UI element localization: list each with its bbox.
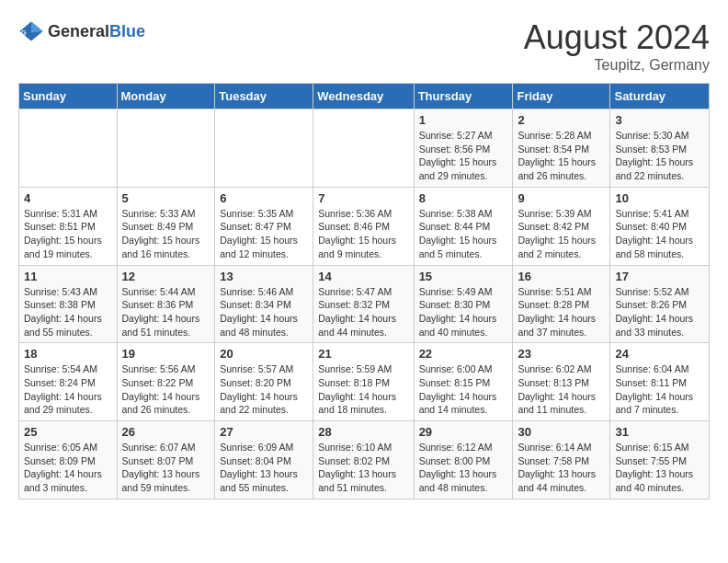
day-number: 19: [122, 347, 210, 361]
day-info: Sunrise: 5:47 AM Sunset: 8:32 PM Dayligh…: [318, 285, 408, 339]
day-number: 7: [318, 191, 408, 205]
day-info: Sunrise: 5:36 AM Sunset: 8:46 PM Dayligh…: [318, 207, 408, 261]
day-info: Sunrise: 5:57 AM Sunset: 8:20 PM Dayligh…: [220, 362, 308, 417]
location-subtitle: Teupitz, Germany: [524, 57, 710, 74]
day-info: Sunrise: 5:31 AM Sunset: 8:51 PM Dayligh…: [24, 207, 112, 261]
day-number: 28: [318, 425, 408, 439]
day-number: 10: [615, 191, 704, 205]
column-header-thursday: Thursday: [414, 84, 513, 109]
day-number: 9: [518, 191, 605, 205]
day-number: 31: [615, 425, 704, 439]
calendar-cell: 22Sunrise: 6:00 AM Sunset: 8:15 PM Dayli…: [414, 343, 513, 421]
svg-text:G: G: [21, 29, 27, 37]
calendar-cell: 13Sunrise: 5:46 AM Sunset: 8:34 PM Dayli…: [215, 265, 313, 343]
day-number: 3: [615, 113, 704, 127]
day-number: 8: [419, 191, 508, 205]
day-number: 18: [24, 347, 112, 361]
column-header-monday: Monday: [117, 84, 215, 109]
calendar-cell: 10Sunrise: 5:41 AM Sunset: 8:40 PM Dayli…: [610, 187, 710, 265]
day-number: 25: [24, 425, 112, 439]
calendar-week-row: 18Sunrise: 5:54 AM Sunset: 8:24 PM Dayli…: [19, 343, 710, 421]
logo-icon: G: [18, 18, 44, 44]
day-number: 11: [24, 270, 112, 283]
calendar-cell: 29Sunrise: 6:12 AM Sunset: 8:00 PM Dayli…: [414, 421, 513, 500]
day-info: Sunrise: 6:10 AM Sunset: 8:02 PM Dayligh…: [318, 441, 408, 495]
day-info: Sunrise: 5:33 AM Sunset: 8:49 PM Dayligh…: [122, 207, 210, 261]
calendar-cell: 8Sunrise: 5:38 AM Sunset: 8:44 PM Daylig…: [414, 187, 513, 265]
day-info: Sunrise: 6:14 AM Sunset: 7:58 PM Dayligh…: [518, 441, 605, 495]
day-number: 22: [419, 347, 508, 361]
column-header-wednesday: Wednesday: [313, 84, 414, 109]
day-info: Sunrise: 5:35 AM Sunset: 8:47 PM Dayligh…: [220, 207, 308, 261]
day-info: Sunrise: 5:44 AM Sunset: 8:36 PM Dayligh…: [122, 285, 210, 339]
calendar-week-row: 25Sunrise: 6:05 AM Sunset: 8:09 PM Dayli…: [19, 421, 710, 500]
calendar-cell: 2Sunrise: 5:28 AM Sunset: 8:54 PM Daylig…: [513, 109, 610, 188]
day-number: 6: [220, 191, 308, 205]
calendar-cell: [19, 109, 118, 188]
day-info: Sunrise: 5:54 AM Sunset: 8:24 PM Dayligh…: [24, 362, 112, 417]
day-number: 23: [518, 347, 605, 361]
title-section: August 2024 Teupitz, Germany: [524, 18, 710, 74]
day-info: Sunrise: 6:02 AM Sunset: 8:13 PM Dayligh…: [518, 362, 605, 417]
day-number: 26: [122, 425, 210, 439]
calendar-cell: 19Sunrise: 5:56 AM Sunset: 8:22 PM Dayli…: [117, 343, 215, 421]
calendar-cell: 20Sunrise: 5:57 AM Sunset: 8:20 PM Dayli…: [215, 343, 313, 421]
day-info: Sunrise: 5:51 AM Sunset: 8:28 PM Dayligh…: [518, 285, 605, 339]
month-year-title: August 2024: [524, 18, 710, 57]
calendar-cell: [215, 109, 313, 188]
calendar-header-row: SundayMondayTuesdayWednesdayThursdayFrid…: [19, 84, 710, 109]
day-number: 4: [24, 191, 112, 205]
calendar-cell: 11Sunrise: 5:43 AM Sunset: 8:38 PM Dayli…: [19, 265, 118, 343]
day-info: Sunrise: 5:30 AM Sunset: 8:53 PM Dayligh…: [615, 129, 704, 183]
day-number: 24: [615, 347, 704, 361]
calendar-cell: 30Sunrise: 6:14 AM Sunset: 7:58 PM Dayli…: [513, 421, 610, 500]
calendar-cell: 25Sunrise: 6:05 AM Sunset: 8:09 PM Dayli…: [19, 421, 118, 500]
day-number: 30: [518, 425, 605, 439]
day-info: Sunrise: 5:49 AM Sunset: 8:30 PM Dayligh…: [419, 285, 508, 339]
day-info: Sunrise: 6:04 AM Sunset: 8:11 PM Dayligh…: [615, 362, 704, 417]
day-info: Sunrise: 6:07 AM Sunset: 8:07 PM Dayligh…: [122, 441, 210, 495]
calendar-cell: 28Sunrise: 6:10 AM Sunset: 8:02 PM Dayli…: [313, 421, 414, 500]
day-info: Sunrise: 5:38 AM Sunset: 8:44 PM Dayligh…: [419, 207, 508, 261]
day-info: Sunrise: 5:39 AM Sunset: 8:42 PM Dayligh…: [518, 207, 605, 261]
calendar-cell: 17Sunrise: 5:52 AM Sunset: 8:26 PM Dayli…: [610, 265, 710, 343]
calendar-table: SundayMondayTuesdayWednesdayThursdayFrid…: [18, 83, 710, 500]
calendar-cell: 9Sunrise: 5:39 AM Sunset: 8:42 PM Daylig…: [513, 187, 610, 265]
day-number: 20: [220, 347, 308, 361]
page-header: G GeneralBlue August 2024 Teupitz, Germa…: [18, 18, 710, 74]
calendar-cell: 6Sunrise: 5:35 AM Sunset: 8:47 PM Daylig…: [215, 187, 313, 265]
calendar-week-row: 1Sunrise: 5:27 AM Sunset: 8:56 PM Daylig…: [19, 109, 710, 188]
calendar-cell: 18Sunrise: 5:54 AM Sunset: 8:24 PM Dayli…: [19, 343, 118, 421]
calendar-cell: 16Sunrise: 5:51 AM Sunset: 8:28 PM Dayli…: [513, 265, 610, 343]
logo-blue-text: Blue: [109, 22, 145, 40]
calendar-cell: 21Sunrise: 5:59 AM Sunset: 8:18 PM Dayli…: [313, 343, 414, 421]
calendar-cell: 4Sunrise: 5:31 AM Sunset: 8:51 PM Daylig…: [19, 187, 118, 265]
calendar-cell: 26Sunrise: 6:07 AM Sunset: 8:07 PM Dayli…: [117, 421, 215, 500]
logo: G GeneralBlue: [18, 18, 145, 44]
calendar-cell: 24Sunrise: 6:04 AM Sunset: 8:11 PM Dayli…: [610, 343, 710, 421]
calendar-cell: [313, 109, 414, 188]
day-info: Sunrise: 5:43 AM Sunset: 8:38 PM Dayligh…: [24, 285, 112, 339]
column-header-friday: Friday: [513, 84, 610, 109]
calendar-week-row: 11Sunrise: 5:43 AM Sunset: 8:38 PM Dayli…: [19, 265, 710, 343]
day-info: Sunrise: 5:46 AM Sunset: 8:34 PM Dayligh…: [220, 285, 308, 339]
day-info: Sunrise: 6:09 AM Sunset: 8:04 PM Dayligh…: [220, 441, 308, 495]
calendar-cell: 23Sunrise: 6:02 AM Sunset: 8:13 PM Dayli…: [513, 343, 610, 421]
day-number: 15: [419, 270, 508, 283]
day-info: Sunrise: 5:56 AM Sunset: 8:22 PM Dayligh…: [122, 362, 210, 417]
calendar-cell: [117, 109, 215, 188]
day-number: 1: [419, 113, 508, 127]
day-number: 5: [122, 191, 210, 205]
column-header-tuesday: Tuesday: [215, 84, 313, 109]
day-info: Sunrise: 6:15 AM Sunset: 7:55 PM Dayligh…: [615, 441, 704, 495]
day-number: 16: [518, 270, 605, 283]
day-number: 2: [518, 113, 605, 127]
day-info: Sunrise: 5:59 AM Sunset: 8:18 PM Dayligh…: [318, 362, 408, 417]
calendar-cell: 15Sunrise: 5:49 AM Sunset: 8:30 PM Dayli…: [414, 265, 513, 343]
logo-general-text: General: [48, 22, 109, 40]
calendar-cell: 3Sunrise: 5:30 AM Sunset: 8:53 PM Daylig…: [610, 109, 710, 188]
calendar-cell: 5Sunrise: 5:33 AM Sunset: 8:49 PM Daylig…: [117, 187, 215, 265]
day-number: 13: [220, 270, 308, 283]
column-header-saturday: Saturday: [610, 84, 710, 109]
calendar-cell: 12Sunrise: 5:44 AM Sunset: 8:36 PM Dayli…: [117, 265, 215, 343]
